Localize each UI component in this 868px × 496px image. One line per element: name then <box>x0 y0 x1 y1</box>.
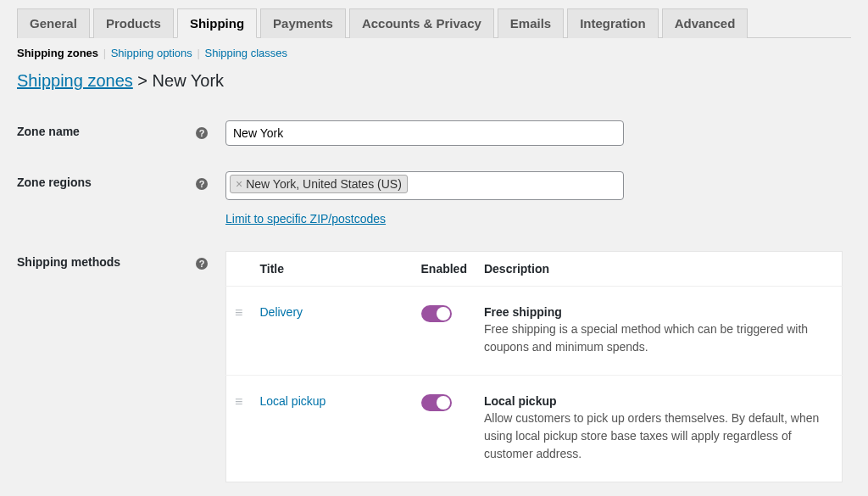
enabled-toggle[interactable] <box>421 394 452 411</box>
limit-zip-link[interactable]: Limit to specific ZIP/postcodes <box>225 212 386 226</box>
table-row: ≡ Local pickup Local pickup Allow custom… <box>226 376 843 482</box>
subtab-shipping-classes[interactable]: Shipping classes <box>204 47 287 59</box>
svg-text:?: ? <box>199 128 205 138</box>
breadcrumb-current: New York <box>153 71 225 90</box>
tab-integration[interactable]: Integration <box>567 8 659 38</box>
method-title-link[interactable]: Local pickup <box>260 394 326 408</box>
col-enabled: Enabled <box>413 252 476 287</box>
enabled-toggle[interactable] <box>421 305 452 322</box>
region-chip[interactable]: × New York, United States (US) <box>230 175 408 193</box>
method-title-link[interactable]: Delivery <box>260 305 303 319</box>
method-description-text: Free shipping is a special method which … <box>484 320 833 356</box>
help-icon[interactable]: ? <box>195 126 209 140</box>
drag-handle-icon[interactable]: ≡ <box>235 305 242 320</box>
remove-region-icon[interactable]: × <box>236 177 242 191</box>
method-description-text: Allow customers to pick up orders themse… <box>484 410 833 463</box>
subtab-shipping-options[interactable]: Shipping options <box>111 47 192 59</box>
breadcrumb: Shipping zones > New York <box>17 71 851 91</box>
svg-text:?: ? <box>199 179 205 189</box>
tab-advanced[interactable]: Advanced <box>662 8 748 38</box>
svg-text:?: ? <box>199 259 205 269</box>
region-chip-label: New York, United States (US) <box>246 177 402 191</box>
method-description-title: Free shipping <box>484 305 833 319</box>
shipping-methods-label: Shipping methods <box>17 238 195 495</box>
tab-payments[interactable]: Payments <box>260 8 346 38</box>
method-description-title: Local pickup <box>484 394 833 408</box>
col-title: Title <box>252 252 413 287</box>
shipping-subsections: Shipping zones | Shipping options | Ship… <box>17 47 851 59</box>
tab-shipping[interactable]: Shipping <box>177 8 257 38</box>
tab-products[interactable]: Products <box>93 8 174 38</box>
shipping-methods-table: Title Enabled Description ≡ Delivery <box>225 251 843 482</box>
zone-name-label: Zone name <box>17 108 195 159</box>
zone-regions-label: Zone regions <box>17 159 195 238</box>
subtab-shipping-zones[interactable]: Shipping zones <box>17 47 98 59</box>
tab-accounts-privacy[interactable]: Accounts & Privacy <box>349 8 494 38</box>
drag-handle-icon[interactable]: ≡ <box>235 394 242 409</box>
tab-emails[interactable]: Emails <box>498 8 564 38</box>
settings-tabs: General Products Shipping Payments Accou… <box>17 0 851 38</box>
help-icon[interactable]: ? <box>195 177 209 191</box>
table-row: ≡ Delivery Free shipping Free shipping i… <box>226 287 843 376</box>
tab-general[interactable]: General <box>17 8 90 38</box>
col-description: Description <box>476 252 843 287</box>
help-icon[interactable]: ? <box>195 257 209 270</box>
breadcrumb-separator: > <box>137 71 147 90</box>
zone-name-input[interactable] <box>225 120 624 146</box>
zone-regions-select[interactable]: × New York, United States (US) <box>225 171 624 200</box>
breadcrumb-root-link[interactable]: Shipping zones <box>17 71 133 90</box>
